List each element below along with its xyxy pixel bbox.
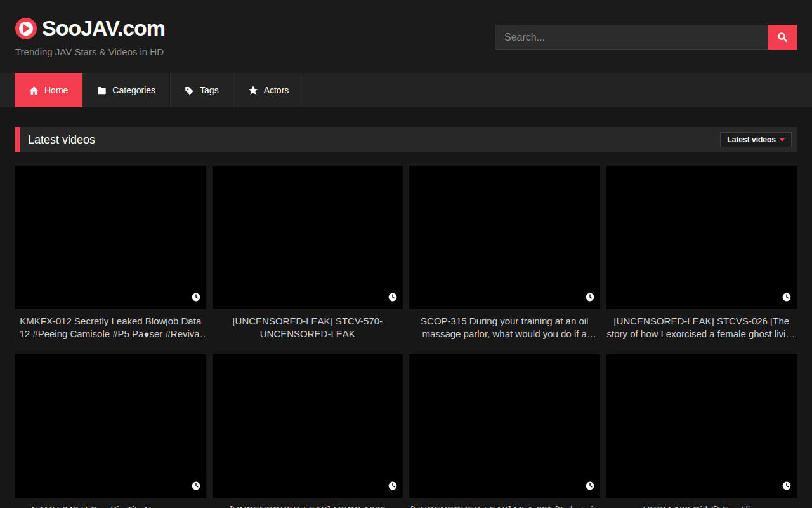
- nav-label: Categories: [112, 85, 155, 95]
- sort-dropdown[interactable]: Latest videos: [720, 132, 792, 147]
- video-thumbnail[interactable]: [409, 166, 600, 309]
- nav-item-actors[interactable]: Actors: [233, 73, 304, 107]
- video-title[interactable]: [UNCENSORED-LEAK] STCV-570-UNCENSORED-LE…: [213, 315, 403, 340]
- folder-icon: [97, 86, 107, 95]
- video-thumbnail[interactable]: [606, 166, 797, 309]
- header: SooJAV.com Trending JAV Stars & Videos i…: [0, 0, 812, 73]
- nav-item-categories[interactable]: Categories: [82, 73, 170, 107]
- tag-icon: [185, 86, 194, 95]
- clock-icon: [388, 481, 397, 493]
- sort-label: Latest videos: [727, 135, 776, 144]
- nav-label: Home: [44, 85, 68, 95]
- video-card[interactable]: SCOP-315 During your training at an oil …: [409, 166, 600, 340]
- search-form: [495, 25, 797, 50]
- search-button[interactable]: [768, 25, 797, 50]
- section-bar: Latest videos Latest videos: [15, 127, 797, 152]
- clock-icon: [388, 293, 397, 304]
- main-nav: Home Categories Tags Actors: [0, 73, 812, 107]
- video-grid: KMKFX-012 Secretly Leaked Blowjob Data 1…: [15, 166, 797, 508]
- video-card[interactable]: [UNCENSORED-LEAK] STCV-570-UNCENSORED-LE…: [213, 166, 403, 340]
- clock-icon: [782, 481, 791, 493]
- video-card[interactable]: KMKFX-012 Secretly Leaked Blowjob Data 1…: [15, 166, 206, 340]
- site-tagline: Trending JAV Stars & Videos in HD: [15, 46, 165, 57]
- video-title[interactable]: KMKFX-012 Secretly Leaked Blowjob Data 1…: [15, 315, 206, 340]
- home-icon: [29, 86, 39, 95]
- video-thumbnail[interactable]: [409, 354, 600, 498]
- video-title[interactable]: [UNCENSORED-LEAK] MXGS-1206 Absolutely: [213, 504, 403, 508]
- nav-item-tags[interactable]: Tags: [170, 73, 233, 107]
- video-title[interactable]: NAMH-043 H Cup Big Tits Newcomer (170cm …: [15, 504, 206, 508]
- video-thumbnail[interactable]: [213, 354, 403, 498]
- chevron-down-icon: [780, 138, 785, 142]
- brand: SooJAV.com Trending JAV Stars & Videos i…: [15, 0, 165, 57]
- section-title: Latest videos: [28, 133, 95, 147]
- video-title[interactable]: SCOP-315 During your training at an oil …: [409, 315, 600, 340]
- video-thumbnail[interactable]: [213, 166, 403, 309]
- video-thumbnail[interactable]: [15, 166, 206, 309]
- star-icon: [248, 85, 258, 95]
- play-circle-icon: [15, 18, 37, 39]
- video-card[interactable]: [UNCENSORED-LEAK] MXGS-1206 Absolutely: [213, 354, 403, 508]
- search-icon: [777, 32, 788, 43]
- video-title[interactable]: URSM-186 Girl @ Era Alice: [606, 504, 797, 508]
- video-card[interactable]: [UNCENSORED-LEAK] STCVS-026 [The story o…: [606, 166, 797, 340]
- video-thumbnail[interactable]: [606, 354, 797, 498]
- clock-icon: [586, 481, 594, 493]
- clock-icon: [192, 481, 200, 493]
- video-title[interactable]: [UNCENSORED-LEAK] MLA-231 [3 shots in: [409, 504, 600, 508]
- nav-label: Actors: [264, 85, 289, 95]
- logo-link[interactable]: SooJAV.com: [15, 16, 165, 41]
- clock-icon: [586, 293, 594, 304]
- video-thumbnail[interactable]: [15, 354, 206, 498]
- nav-label: Tags: [200, 85, 219, 95]
- video-card[interactable]: [UNCENSORED-LEAK] MLA-231 [3 shots in: [409, 354, 600, 508]
- nav-item-home[interactable]: Home: [15, 73, 82, 107]
- clock-icon: [192, 293, 200, 304]
- video-card[interactable]: NAMH-043 H Cup Big Tits Newcomer (170cm …: [15, 354, 206, 508]
- site-title: SooJAV.com: [42, 16, 165, 41]
- video-card[interactable]: URSM-186 Girl @ Era Alice: [606, 354, 797, 508]
- search-input[interactable]: [495, 25, 768, 50]
- video-title[interactable]: [UNCENSORED-LEAK] STCVS-026 [The story o…: [606, 315, 797, 340]
- clock-icon: [782, 293, 791, 304]
